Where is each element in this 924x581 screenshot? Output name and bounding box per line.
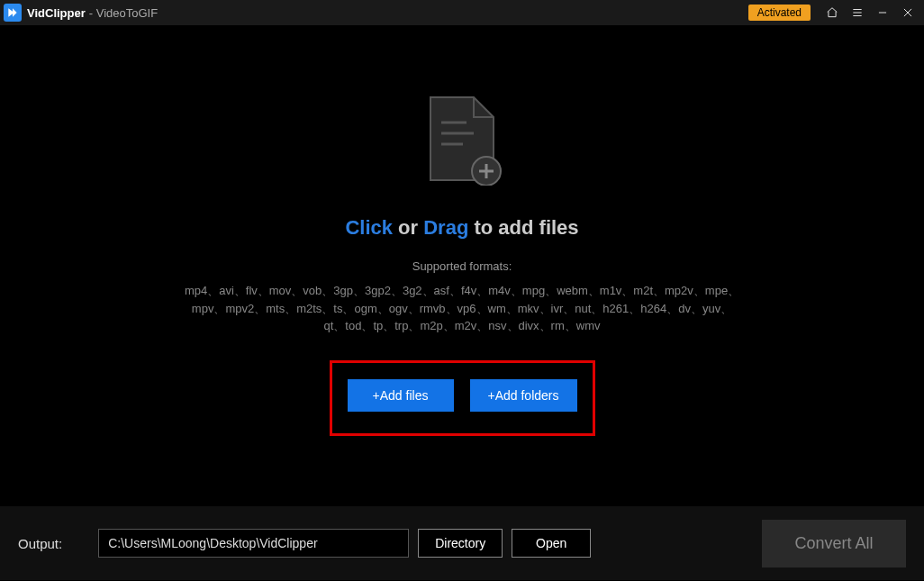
app-subtitle: - VideoToGIF xyxy=(89,6,158,20)
titlebar: VidClipper - VideoToGIF Activated xyxy=(0,0,924,25)
output-path-input[interactable] xyxy=(98,529,409,558)
main-drop-area[interactable]: Click or Drag to add files Supported for… xyxy=(0,25,924,506)
rest-text: to add files xyxy=(468,216,578,239)
add-folders-button[interactable]: +Add folders xyxy=(470,379,577,412)
open-button[interactable]: Open xyxy=(512,529,591,558)
directory-button[interactable]: Directory xyxy=(418,529,503,558)
app-title: VidClipper xyxy=(27,6,86,20)
minimize-icon[interactable] xyxy=(872,2,893,23)
convert-all-button[interactable]: Convert All xyxy=(762,520,906,567)
click-drag-text: Click or Drag to add files xyxy=(345,216,578,240)
supported-formats-label: Supported formats: xyxy=(412,259,512,273)
file-add-icon xyxy=(421,95,503,189)
close-icon[interactable] xyxy=(897,2,919,23)
click-word: Click xyxy=(345,216,393,239)
home-icon[interactable] xyxy=(821,2,843,23)
app-logo xyxy=(4,4,22,22)
add-buttons-highlight: +Add files +Add folders xyxy=(330,360,595,436)
footer-bar: Output: Directory Open Convert All xyxy=(0,506,924,580)
drag-word: Drag xyxy=(423,216,468,239)
add-files-button[interactable]: +Add files xyxy=(348,379,454,412)
formats-list: mp4、avi、flv、mov、vob、3gp、3gp2、3g2、asf、f4v… xyxy=(183,282,741,335)
activated-badge: Activated xyxy=(748,5,811,21)
output-label: Output: xyxy=(18,536,62,551)
menu-icon[interactable] xyxy=(847,2,868,23)
or-word: or xyxy=(393,216,423,239)
